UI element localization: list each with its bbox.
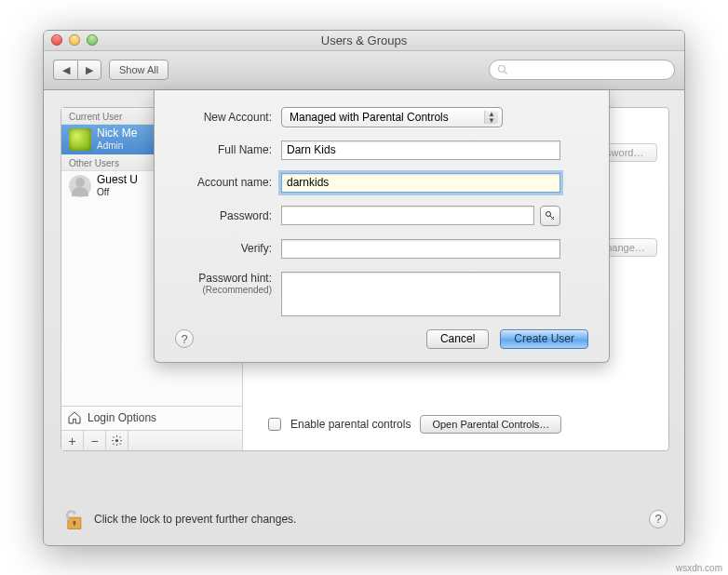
new-account-label: New Account: <box>175 111 281 124</box>
new-account-sheet: New Account: Managed with Parental Contr… <box>154 90 610 363</box>
toolbar: ◀ ▶ Show All <box>44 51 684 90</box>
help-button[interactable]: ? <box>649 510 667 528</box>
remove-user-button[interactable]: − <box>84 431 106 451</box>
account-name-input[interactable] <box>281 173 560 193</box>
password-input[interactable] <box>281 206 534 225</box>
add-user-button[interactable]: + <box>61 431 84 451</box>
full-name-label: Full Name: <box>175 143 281 156</box>
verify-password-input[interactable] <box>281 239 560 259</box>
search-icon <box>497 64 508 75</box>
account-type-value: Managed with Parental Controls <box>290 111 449 124</box>
verify-label: Verify: <box>175 242 281 255</box>
search-field[interactable] <box>489 60 675 80</box>
user-name: Nick Me <box>97 127 137 140</box>
parental-controls-row: Enable parental controls Open Parental C… <box>268 415 561 434</box>
system-preferences-window: Users & Groups ◀ ▶ Show All Current User… <box>43 30 685 546</box>
home-icon <box>67 410 82 425</box>
enable-parental-controls-checkbox[interactable] <box>268 418 281 431</box>
titlebar: Users & Groups <box>44 31 684 51</box>
svg-line-1 <box>505 72 507 74</box>
avatar <box>69 175 91 197</box>
account-name-label: Account name: <box>175 176 281 189</box>
enable-parental-controls-label: Enable parental controls <box>290 418 411 431</box>
user-name: Guest U <box>97 174 138 186</box>
password-label: Password: <box>175 209 281 222</box>
show-all-button[interactable]: Show All <box>109 60 169 80</box>
unlocked-lock-icon[interactable] <box>61 506 87 532</box>
gear-icon <box>111 435 123 447</box>
search-input[interactable] <box>512 64 667 75</box>
nav-buttons: ◀ ▶ <box>53 60 101 80</box>
actions-gear-button[interactable] <box>106 431 128 451</box>
back-button[interactable]: ◀ <box>53 60 77 80</box>
cancel-button[interactable]: Cancel <box>426 329 489 349</box>
password-hint-label: Password hint: (Recommended) <box>175 272 281 296</box>
login-options-label: Login Options <box>88 411 156 424</box>
user-role: Off <box>97 187 138 197</box>
sheet-help-button[interactable]: ? <box>175 329 194 348</box>
lock-text: Click the lock to prevent further change… <box>94 513 296 526</box>
window-title: Users & Groups <box>44 33 684 47</box>
full-name-input[interactable] <box>281 140 560 160</box>
password-hint-input[interactable] <box>281 272 560 316</box>
svg-point-2 <box>115 439 118 442</box>
user-role: Admin <box>97 140 137 151</box>
open-parental-controls-button[interactable]: Open Parental Controls… <box>420 415 561 434</box>
key-icon <box>545 210 556 221</box>
svg-rect-4 <box>74 522 75 526</box>
avatar <box>69 128 91 151</box>
password-assistant-button[interactable] <box>540 206 560 226</box>
lock-row: Click the lock to prevent further change… <box>61 506 667 532</box>
svg-point-0 <box>499 66 506 73</box>
sidebar-footer: + − <box>61 430 242 450</box>
popup-arrows-icon: ▲▼ <box>488 111 495 124</box>
forward-button[interactable]: ▶ <box>77 60 101 80</box>
account-type-popup[interactable]: Managed with Parental Controls ▲▼ <box>281 107 503 127</box>
login-options-row[interactable]: Login Options <box>61 406 242 430</box>
watermark: wsxdn.com <box>676 563 722 573</box>
create-user-button[interactable]: Create User <box>500 329 588 349</box>
